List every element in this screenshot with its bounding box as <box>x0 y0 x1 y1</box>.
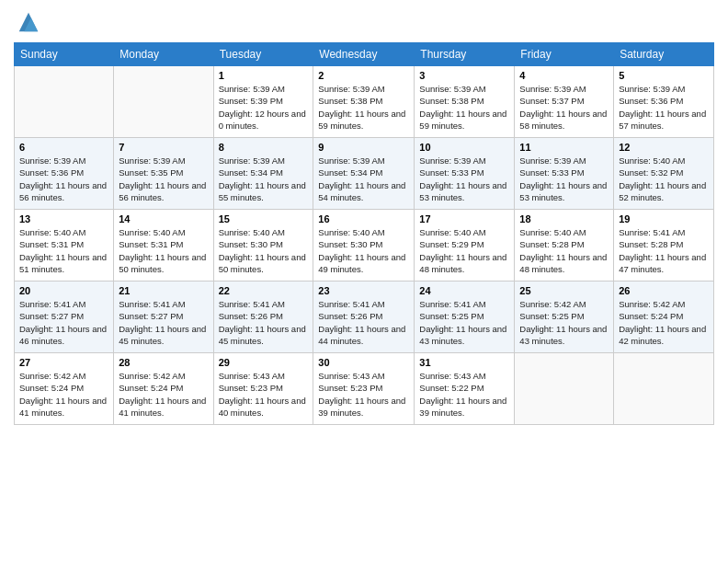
weekday-header: Saturday <box>614 43 714 66</box>
calendar-cell: 18Sunrise: 5:40 AMSunset: 5:28 PMDayligh… <box>515 210 614 282</box>
cell-content: Sunrise: 5:39 AMSunset: 5:36 PMDaylight:… <box>19 155 107 202</box>
weekday-header: Tuesday <box>213 43 313 66</box>
cell-content: Sunrise: 5:39 AMSunset: 5:33 PMDaylight:… <box>519 155 607 202</box>
cell-content: Sunrise: 5:40 AMSunset: 5:29 PMDaylight:… <box>419 227 506 274</box>
cell-content: Sunrise: 5:41 AMSunset: 5:27 PMDaylight:… <box>119 299 206 346</box>
cell-content: Sunrise: 5:42 AMSunset: 5:24 PMDaylight:… <box>19 371 107 418</box>
day-number: 7 <box>119 142 208 153</box>
calendar-cell: 23Sunrise: 5:41 AMSunset: 5:26 PMDayligh… <box>313 282 415 353</box>
day-number: 23 <box>318 285 409 296</box>
cell-content: Sunrise: 5:42 AMSunset: 5:24 PMDaylight:… <box>619 299 706 346</box>
cell-content: Sunrise: 5:40 AMSunset: 5:30 PMDaylight:… <box>219 227 306 274</box>
calendar-week-row: 20Sunrise: 5:41 AMSunset: 5:27 PMDayligh… <box>15 282 714 353</box>
day-number: 25 <box>519 285 609 296</box>
day-number: 19 <box>619 213 709 224</box>
calendar-cell: 27Sunrise: 5:42 AMSunset: 5:24 PMDayligh… <box>15 353 114 425</box>
cell-content: Sunrise: 5:39 AMSunset: 5:38 PMDaylight:… <box>419 84 506 131</box>
header <box>14 9 714 35</box>
cell-content: Sunrise: 5:40 AMSunset: 5:32 PMDaylight:… <box>619 155 706 202</box>
calendar-cell: 24Sunrise: 5:41 AMSunset: 5:25 PMDayligh… <box>415 282 515 353</box>
calendar-cell: 4Sunrise: 5:39 AMSunset: 5:37 PMDaylight… <box>515 66 614 138</box>
calendar-cell: 31Sunrise: 5:43 AMSunset: 5:22 PMDayligh… <box>415 353 515 425</box>
day-number: 5 <box>619 70 709 81</box>
calendar-cell: 3Sunrise: 5:39 AMSunset: 5:38 PMDaylight… <box>415 66 515 138</box>
day-number: 15 <box>219 213 309 224</box>
calendar-cell: 6Sunrise: 5:39 AMSunset: 5:36 PMDaylight… <box>15 138 114 210</box>
cell-content: Sunrise: 5:42 AMSunset: 5:25 PMDaylight:… <box>519 299 607 346</box>
calendar-cell: 7Sunrise: 5:39 AMSunset: 5:35 PMDaylight… <box>114 138 213 210</box>
day-number: 8 <box>219 142 309 153</box>
page: SundayMondayTuesdayWednesdayThursdayFrid… <box>0 0 728 563</box>
calendar-cell: 17Sunrise: 5:40 AMSunset: 5:29 PMDayligh… <box>415 210 515 282</box>
calendar-cell: 11Sunrise: 5:39 AMSunset: 5:33 PMDayligh… <box>515 138 614 210</box>
cell-content: Sunrise: 5:42 AMSunset: 5:24 PMDaylight:… <box>119 371 206 418</box>
day-number: 4 <box>519 70 609 81</box>
calendar-week-row: 27Sunrise: 5:42 AMSunset: 5:24 PMDayligh… <box>15 353 714 425</box>
day-number: 24 <box>419 285 509 296</box>
cell-content: Sunrise: 5:39 AMSunset: 5:33 PMDaylight:… <box>419 155 506 202</box>
calendar-cell: 19Sunrise: 5:41 AMSunset: 5:28 PMDayligh… <box>614 210 714 282</box>
calendar-cell: 29Sunrise: 5:43 AMSunset: 5:23 PMDayligh… <box>213 353 313 425</box>
day-number: 17 <box>419 213 509 224</box>
cell-content: Sunrise: 5:39 AMSunset: 5:35 PMDaylight:… <box>119 155 206 202</box>
day-number: 31 <box>419 357 509 368</box>
logo-icon <box>16 9 41 35</box>
cell-content: Sunrise: 5:41 AMSunset: 5:26 PMDaylight:… <box>318 299 405 346</box>
calendar-cell <box>515 353 614 425</box>
calendar-cell <box>114 66 213 138</box>
calendar-cell: 20Sunrise: 5:41 AMSunset: 5:27 PMDayligh… <box>15 282 114 353</box>
calendar-cell: 15Sunrise: 5:40 AMSunset: 5:30 PMDayligh… <box>213 210 313 282</box>
calendar-week-row: 13Sunrise: 5:40 AMSunset: 5:31 PMDayligh… <box>15 210 714 282</box>
cell-content: Sunrise: 5:39 AMSunset: 5:36 PMDaylight:… <box>619 84 706 131</box>
day-number: 29 <box>219 357 309 368</box>
cell-content: Sunrise: 5:39 AMSunset: 5:34 PMDaylight:… <box>219 155 306 202</box>
day-number: 9 <box>318 142 409 153</box>
cell-content: Sunrise: 5:43 AMSunset: 5:23 PMDaylight:… <box>219 371 306 418</box>
day-number: 21 <box>119 285 208 296</box>
day-number: 1 <box>219 70 309 81</box>
cell-content: Sunrise: 5:40 AMSunset: 5:28 PMDaylight:… <box>519 227 607 274</box>
day-number: 30 <box>318 357 409 368</box>
day-number: 20 <box>19 285 108 296</box>
weekday-header: Thursday <box>415 43 515 66</box>
cell-content: Sunrise: 5:40 AMSunset: 5:31 PMDaylight:… <box>19 227 107 274</box>
day-number: 2 <box>318 70 409 81</box>
cell-content: Sunrise: 5:41 AMSunset: 5:26 PMDaylight:… <box>219 299 306 346</box>
calendar-cell: 2Sunrise: 5:39 AMSunset: 5:38 PMDaylight… <box>313 66 415 138</box>
cell-content: Sunrise: 5:39 AMSunset: 5:37 PMDaylight:… <box>519 84 607 131</box>
cell-content: Sunrise: 5:41 AMSunset: 5:27 PMDaylight:… <box>19 299 107 346</box>
calendar-cell <box>15 66 114 138</box>
calendar-cell <box>614 353 714 425</box>
day-number: 3 <box>419 70 509 81</box>
calendar-week-row: 6Sunrise: 5:39 AMSunset: 5:36 PMDaylight… <box>15 138 714 210</box>
calendar-cell: 22Sunrise: 5:41 AMSunset: 5:26 PMDayligh… <box>213 282 313 353</box>
calendar-cell: 14Sunrise: 5:40 AMSunset: 5:31 PMDayligh… <box>114 210 213 282</box>
day-number: 13 <box>19 213 108 224</box>
day-number: 22 <box>219 285 309 296</box>
weekday-header: Friday <box>515 43 614 66</box>
calendar-cell: 9Sunrise: 5:39 AMSunset: 5:34 PMDaylight… <box>313 138 415 210</box>
header-row: SundayMondayTuesdayWednesdayThursdayFrid… <box>15 43 714 66</box>
day-number: 18 <box>519 213 609 224</box>
cell-content: Sunrise: 5:40 AMSunset: 5:30 PMDaylight:… <box>318 227 405 274</box>
cell-content: Sunrise: 5:40 AMSunset: 5:31 PMDaylight:… <box>119 227 206 274</box>
calendar-cell: 1Sunrise: 5:39 AMSunset: 5:39 PMDaylight… <box>213 66 313 138</box>
weekday-header: Sunday <box>15 43 114 66</box>
logo <box>14 9 41 35</box>
calendar-cell: 26Sunrise: 5:42 AMSunset: 5:24 PMDayligh… <box>614 282 714 353</box>
day-number: 12 <box>619 142 709 153</box>
cell-content: Sunrise: 5:43 AMSunset: 5:23 PMDaylight:… <box>318 371 405 418</box>
calendar-cell: 30Sunrise: 5:43 AMSunset: 5:23 PMDayligh… <box>313 353 415 425</box>
calendar-cell: 12Sunrise: 5:40 AMSunset: 5:32 PMDayligh… <box>614 138 714 210</box>
day-number: 10 <box>419 142 509 153</box>
calendar-cell: 8Sunrise: 5:39 AMSunset: 5:34 PMDaylight… <box>213 138 313 210</box>
cell-content: Sunrise: 5:41 AMSunset: 5:25 PMDaylight:… <box>419 299 506 346</box>
cell-content: Sunrise: 5:39 AMSunset: 5:38 PMDaylight:… <box>318 84 405 131</box>
calendar-table: SundayMondayTuesdayWednesdayThursdayFrid… <box>14 42 714 425</box>
day-number: 28 <box>119 357 208 368</box>
day-number: 27 <box>19 357 108 368</box>
calendar-week-row: 1Sunrise: 5:39 AMSunset: 5:39 PMDaylight… <box>15 66 714 138</box>
calendar-cell: 13Sunrise: 5:40 AMSunset: 5:31 PMDayligh… <box>15 210 114 282</box>
cell-content: Sunrise: 5:39 AMSunset: 5:34 PMDaylight:… <box>318 155 405 202</box>
weekday-header: Monday <box>114 43 213 66</box>
